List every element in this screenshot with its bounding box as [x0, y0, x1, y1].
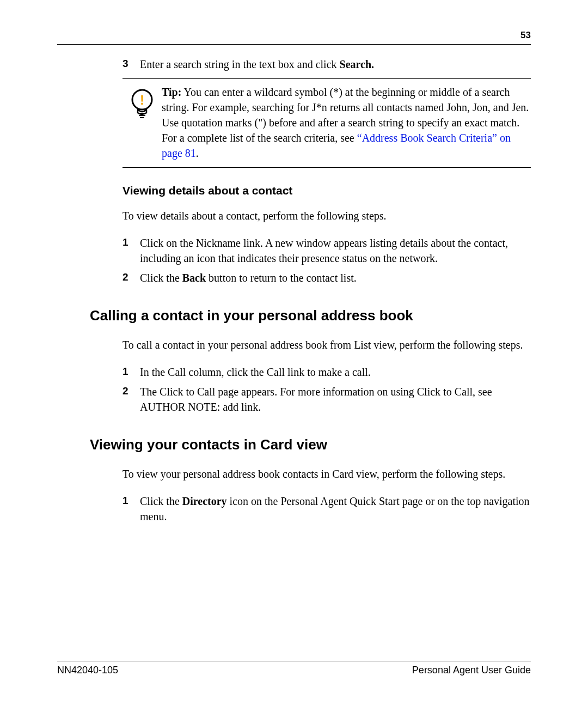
paragraph: To view details about a contact, perform… — [122, 208, 531, 223]
step-text: Click the Back button to return to the c… — [140, 270, 531, 285]
list-item: 1 In the Call column, click the Call lin… — [122, 364, 531, 380]
text-run: button to return to the contact list. — [206, 272, 357, 284]
page-footer: NN42040-105 Personal Agent User Guide — [57, 661, 531, 676]
step-number: 1 — [122, 494, 140, 524]
tip-icon-wrap: ! — [122, 84, 162, 161]
list-item: 1 Click the Directory icon on the Person… — [122, 494, 531, 524]
footer-row: NN42040-105 Personal Agent User Guide — [57, 665, 531, 676]
step-text: Click on the Nickname link. A new window… — [140, 235, 531, 266]
list-item: 1 Click on the Nickname link. A new wind… — [122, 235, 531, 266]
section-calling: Calling a contact in your personal addre… — [90, 307, 531, 324]
list-item: 2 Click the Back button to return to the… — [122, 270, 531, 285]
list-item: 2 The Click to Call page appears. For mo… — [122, 384, 531, 415]
step-number: 2 — [122, 384, 140, 415]
svg-text:!: ! — [140, 93, 144, 107]
footer-rule — [57, 661, 531, 661]
page-number: 53 — [57, 30, 531, 41]
section-card-view-body: To view your personal address book conta… — [122, 466, 531, 524]
step-text: The Click to Call page appears. For more… — [140, 384, 531, 415]
step-number: 1 — [122, 364, 140, 380]
lightbulb-icon: ! — [130, 89, 154, 121]
step-text: Click the Directory icon on the Personal… — [140, 494, 531, 524]
paragraph: To call a contact in your personal addre… — [122, 337, 531, 352]
bold-run: Directory — [182, 495, 227, 507]
tip-box: ! Tip: You can enter a wildcard symbol (… — [122, 78, 531, 168]
bold-run: Search. — [340, 58, 375, 70]
footer-doc-id: NN42040-105 — [57, 665, 118, 676]
step-number: 1 — [122, 235, 140, 266]
bold-run: Back — [182, 272, 206, 284]
section-calling-body: To call a contact in your personal addre… — [122, 337, 531, 415]
text-run: Click the — [140, 272, 182, 284]
heading-viewing-details: Viewing details about a contact — [122, 184, 531, 197]
paragraph: To view your personal address book conta… — [122, 466, 531, 482]
section-card-view: Viewing your contacts in Card view — [90, 436, 531, 453]
header-rule — [57, 44, 531, 45]
step-number: 2 — [122, 270, 140, 285]
heading-card-view: Viewing your contacts in Card view — [90, 436, 531, 453]
heading-calling: Calling a contact in your personal addre… — [90, 307, 531, 324]
footer-doc-title: Personal Agent User Guide — [412, 665, 531, 676]
text-run: Enter a search string in the text box an… — [140, 58, 340, 70]
step-text: In the Call column, click the Call link … — [140, 364, 531, 380]
tip-text: Tip: You can enter a wildcard symbol (*)… — [162, 84, 531, 161]
step-3-block: 3 Enter a search string in the text box … — [122, 57, 531, 285]
step-number: 3 — [122, 57, 140, 72]
list-item: 3 Enter a search string in the text box … — [122, 57, 531, 72]
document-page: 53 3 Enter a search string in the text b… — [0, 0, 588, 706]
tip-label: Tip: — [162, 86, 181, 98]
step-text: Enter a search string in the text box an… — [140, 57, 531, 72]
text-run: . — [196, 147, 199, 159]
text-run: Click the — [140, 495, 182, 507]
